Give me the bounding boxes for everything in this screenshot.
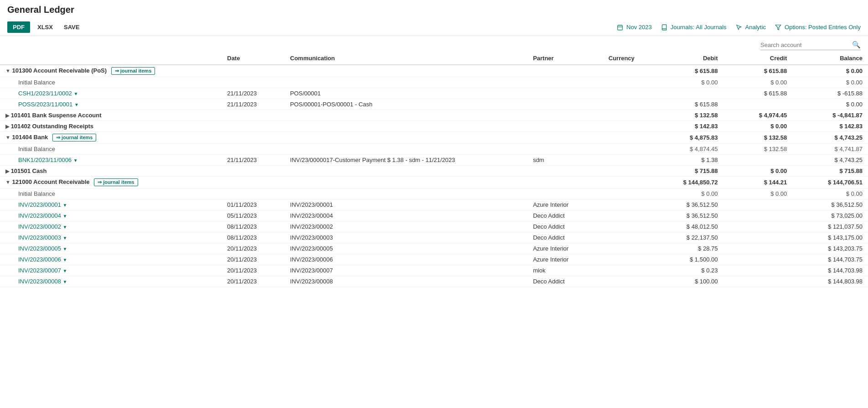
search-input[interactable]	[760, 42, 852, 48]
dropdown-icon[interactable]: ▼	[63, 214, 67, 219]
table-row: INV/2023/00001 ▼ 01/11/2023 INV/2023/000…	[0, 199, 868, 210]
row-credit: $ 0.00	[723, 188, 792, 199]
analytic-filter[interactable]: Analytic	[736, 24, 766, 31]
table-row: INV/2023/00003 ▼ 08/11/2023 INV/2023/000…	[0, 232, 868, 243]
account-row: ▶ 101501 Cash $ 715.88 $ 0.00 $ 715.88	[0, 166, 868, 177]
row-credit: $ 132.58	[723, 144, 792, 155]
account-label: 101401 Bank Suspense Account	[11, 112, 102, 119]
account-balance: $ 144,706.51	[792, 177, 868, 188]
expand-icon[interactable]: ▼	[5, 68, 10, 73]
dropdown-icon[interactable]: ▼	[63, 225, 67, 230]
expand-icon[interactable]: ▼	[5, 179, 10, 185]
entry-link[interactable]: INV/2023/00001	[18, 201, 61, 208]
entry-link[interactable]: CSH1/2023/11/0002	[18, 90, 72, 97]
dropdown-icon[interactable]: ▼	[63, 203, 67, 208]
col-header-date: Date	[222, 52, 284, 65]
account-currency	[603, 132, 654, 144]
account-date	[222, 121, 284, 132]
account-name-cell: ▶ 101401 Bank Suspense Account	[0, 110, 222, 121]
account-label: 101402 Outstanding Receipts	[11, 123, 93, 130]
entry-label-cell: POSS/2023/11/0001 ▼	[0, 99, 222, 110]
dropdown-icon[interactable]: ▼	[63, 279, 67, 284]
col-header-debit: Debit	[654, 52, 723, 65]
dropdown-icon[interactable]: ▼	[74, 102, 79, 107]
row-debit: $ 36,512.50	[654, 210, 723, 221]
entry-label-cell: INV/2023/00003 ▼	[0, 232, 222, 243]
period-filter[interactable]: Nov 2023	[617, 24, 652, 31]
row-currency	[603, 232, 654, 243]
initial-balance-label: Initial Balance	[0, 144, 222, 155]
row-partner	[527, 99, 603, 110]
dropdown-icon[interactable]: ▼	[63, 268, 67, 273]
row-comm: INV/2023/00008	[284, 276, 527, 287]
account-comm	[284, 110, 527, 121]
xlsx-button[interactable]: XLSX	[34, 21, 57, 33]
dropdown-icon[interactable]: ▼	[63, 257, 67, 262]
journal-items-link[interactable]: ⇒ journal items	[94, 178, 138, 186]
entry-link[interactable]: INV/2023/00004	[18, 212, 61, 219]
row-currency	[603, 210, 654, 221]
initial-balance-label: Initial Balance	[0, 188, 222, 199]
entry-link[interactable]: INV/2023/00007	[18, 267, 61, 274]
row-debit: $ 0.23	[654, 265, 723, 276]
table-row: INV/2023/00002 ▼ 08/11/2023 INV/2023/000…	[0, 221, 868, 232]
journal-items-link[interactable]: ⇒ journal items	[111, 67, 155, 75]
expand-icon[interactable]: ▶	[5, 113, 9, 118]
row-debit: $ 100.00	[654, 276, 723, 287]
entry-link[interactable]: POSS/2023/11/0001	[18, 101, 72, 108]
row-partner: Deco Addict	[527, 221, 603, 232]
account-date	[222, 177, 284, 188]
account-row: ▼ 101300 Account Receivable (PoS) ⇒ jour…	[0, 65, 868, 77]
account-name-cell: ▶ 101402 Outstanding Receipts	[0, 121, 222, 132]
expand-icon[interactable]: ▶	[5, 168, 9, 174]
expand-icon[interactable]: ▼	[5, 135, 10, 140]
account-row: ▼ 121000 Account Receivable ⇒ journal it…	[0, 177, 868, 188]
entry-label-cell: INV/2023/00006 ▼	[0, 254, 222, 265]
account-credit: $ 615.88	[723, 65, 792, 77]
save-button[interactable]: SAVE	[60, 21, 83, 33]
row-credit	[723, 254, 792, 265]
dropdown-icon[interactable]: ▼	[63, 235, 67, 241]
account-row: ▶ 101401 Bank Suspense Account $ 132.58 …	[0, 110, 868, 121]
pdf-button[interactable]: PDF	[7, 21, 30, 33]
row-balance: $ 144,703.98	[792, 265, 868, 276]
entry-link[interactable]: BNK1/2023/11/0006	[18, 157, 72, 163]
row-partner	[527, 144, 603, 155]
row-comm	[284, 77, 527, 88]
row-balance: $ 144,703.75	[792, 254, 868, 265]
row-date: 08/11/2023	[222, 232, 284, 243]
dropdown-icon[interactable]: ▼	[73, 91, 78, 96]
entry-label-cell: INV/2023/00008 ▼	[0, 276, 222, 287]
row-debit: $ 1.38	[654, 155, 723, 166]
row-partner: Deco Addict	[527, 210, 603, 221]
row-date	[222, 188, 284, 199]
row-credit	[723, 221, 792, 232]
account-balance: $ 142.83	[792, 121, 868, 132]
row-comm: POS/00001	[284, 88, 527, 99]
entry-link[interactable]: INV/2023/00008	[18, 278, 61, 285]
toolbar: PDF XLSX SAVE Nov 2023 Journals: All Jou…	[0, 19, 868, 36]
entry-link[interactable]: INV/2023/00003	[18, 234, 61, 241]
dropdown-icon[interactable]: ▼	[63, 246, 67, 251]
journals-filter[interactable]: Journals: All Journals	[661, 24, 727, 31]
table-wrap: Date Communication Partner Currency Debi…	[0, 52, 868, 287]
row-date	[222, 77, 284, 88]
entry-link[interactable]: INV/2023/00002	[18, 223, 61, 230]
search-input-wrap[interactable]: 🔍	[760, 41, 861, 50]
row-currency	[603, 188, 654, 199]
col-header-partner: Partner	[527, 52, 603, 65]
journal-items-link[interactable]: ⇒ journal items	[52, 134, 97, 141]
account-debit: $ 715.88	[654, 166, 723, 177]
entry-label-cell: CSH1/2023/11/0002 ▼	[0, 88, 222, 99]
dropdown-icon[interactable]: ▼	[73, 158, 78, 163]
account-name-cell: ▼ 101300 Account Receivable (PoS) ⇒ jour…	[0, 65, 222, 77]
entry-link[interactable]: INV/2023/00006	[18, 256, 61, 263]
entry-link[interactable]: INV/2023/00005	[18, 245, 61, 252]
account-debit: $ 615.88	[654, 65, 723, 77]
search-bar: 🔍	[0, 36, 868, 52]
row-credit	[723, 232, 792, 243]
options-filter[interactable]: Options: Posted Entries Only	[775, 24, 861, 31]
row-credit	[723, 243, 792, 254]
entry-label-cell: INV/2023/00004 ▼	[0, 210, 222, 221]
expand-icon[interactable]: ▶	[5, 124, 9, 129]
